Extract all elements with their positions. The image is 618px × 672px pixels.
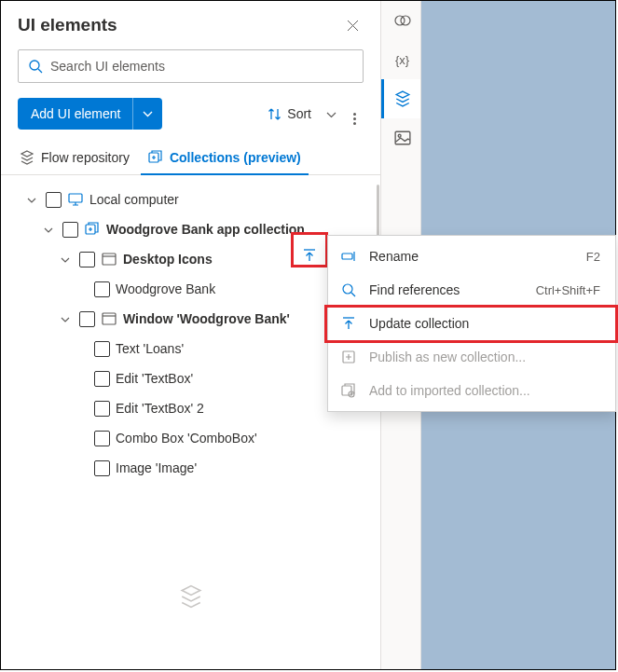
svg-rect-16 [342,254,352,259]
checkbox[interactable] [62,222,78,238]
window-icon [102,252,117,267]
svg-point-13 [401,16,410,25]
collection-icon [85,222,100,237]
checkbox[interactable] [94,281,110,297]
tree-label: Local computer [89,192,380,207]
svg-point-15 [398,134,401,137]
chevron-down-icon [143,111,153,117]
variables-icon: {x} [395,53,409,67]
tab-flow-repository[interactable]: Flow repository [12,141,137,174]
tree-item[interactable]: Edit 'TextBox' [1,363,380,393]
rail-images[interactable] [381,118,420,158]
tab-label: Flow repository [41,150,130,165]
collections-icon [148,150,163,165]
import-icon [341,383,356,398]
tree-label: Image 'Image' [116,460,380,475]
menu-shortcut: Ctrl+Shift+F [536,283,600,297]
svg-line-3 [38,69,42,73]
search-icon [341,282,356,297]
checkbox[interactable] [94,460,110,476]
panel-title: UI elements [18,15,117,35]
tree-item[interactable]: Woodgrove Bank [1,274,380,304]
rename-icon [341,249,356,264]
menu-label: Add to imported collection... [369,383,600,398]
chevron-down-icon [61,317,70,322]
svg-line-19 [351,293,355,296]
sort-icon [268,107,282,121]
search-box[interactable] [18,49,364,83]
menu-item-update-collection[interactable]: Update collection [328,307,615,340]
menu-label: Rename [369,249,575,264]
menu-item-find-references[interactable]: Find references Ctrl+Shift+F [328,273,615,307]
svg-rect-14 [395,131,410,144]
chevron-down-icon [44,227,53,233]
add-ui-element-button[interactable]: Add UI element [18,98,162,130]
more-icon [353,113,356,125]
tree-item[interactable]: Combo Box 'ComboBox' [1,423,380,453]
menu-item-add-to-imported: Add to imported collection... [328,374,615,407]
layers-icon [394,90,411,107]
svg-rect-5 [69,194,82,202]
upload-icon [341,316,356,331]
image-icon [394,130,411,146]
svg-point-2 [30,61,39,70]
rail-variables[interactable]: {x} [381,40,420,79]
tree-node-group[interactable]: Window 'Woodgrove Bank' [1,304,380,334]
tree-label: Combo Box 'ComboBox' [116,431,380,446]
sort-label: Sort [287,106,311,121]
checkbox[interactable] [79,311,95,327]
add-ui-element-dropdown[interactable] [132,98,162,130]
tree-node-local-computer[interactable]: Local computer [1,185,380,214]
menu-item-publish: Publish as new collection... [328,340,615,374]
context-menu: Rename F2 Find references Ctrl+Shift+F U… [327,235,616,412]
svg-point-12 [395,16,405,25]
menu-shortcut: F2 [586,250,600,264]
window-icon [102,311,117,326]
rail-ui-elements[interactable] [381,79,420,118]
svg-rect-7 [103,254,116,265]
tree-item[interactable]: Image 'Image' [1,453,380,483]
more-options-button[interactable] [346,100,364,129]
tree-item[interactable]: Text 'Loans' [1,334,380,363]
checkbox[interactable] [94,401,110,417]
close-button[interactable] [341,14,364,36]
sort-button[interactable]: Sort [262,103,342,125]
tab-collections[interactable]: Collections (preview) [141,141,309,174]
publish-icon [341,350,356,364]
flow-icon [20,150,34,165]
chevron-down-icon [27,198,36,203]
checkbox[interactable] [94,371,110,387]
search-icon [28,59,43,74]
scrollbar[interactable] [377,185,379,237]
copilot-icon [394,12,411,29]
add-ui-element-label: Add UI element [18,106,132,121]
checkbox[interactable] [94,341,110,357]
menu-label: Find references [369,282,525,297]
search-input[interactable] [50,59,353,74]
checkbox[interactable] [79,252,95,267]
stack-icon [179,584,203,611]
chevron-down-icon [61,257,70,263]
menu-label: Publish as new collection... [369,350,600,364]
checkbox[interactable] [94,431,110,446]
svg-point-18 [343,284,352,294]
menu-label: Update collection [369,316,600,331]
highlight-box [291,232,328,267]
tree-view: Local computer Woodgrove Bank app collec… [1,175,380,483]
menu-item-rename[interactable]: Rename F2 [328,240,615,273]
monitor-icon [68,192,83,207]
rail-copilot[interactable] [381,1,420,40]
chevron-down-icon [326,112,336,118]
tree-item[interactable]: Edit 'TextBox' 2 [1,393,380,423]
close-icon [347,20,359,32]
checkbox[interactable] [46,192,62,208]
tab-label: Collections (preview) [170,150,301,165]
svg-rect-9 [103,313,116,324]
